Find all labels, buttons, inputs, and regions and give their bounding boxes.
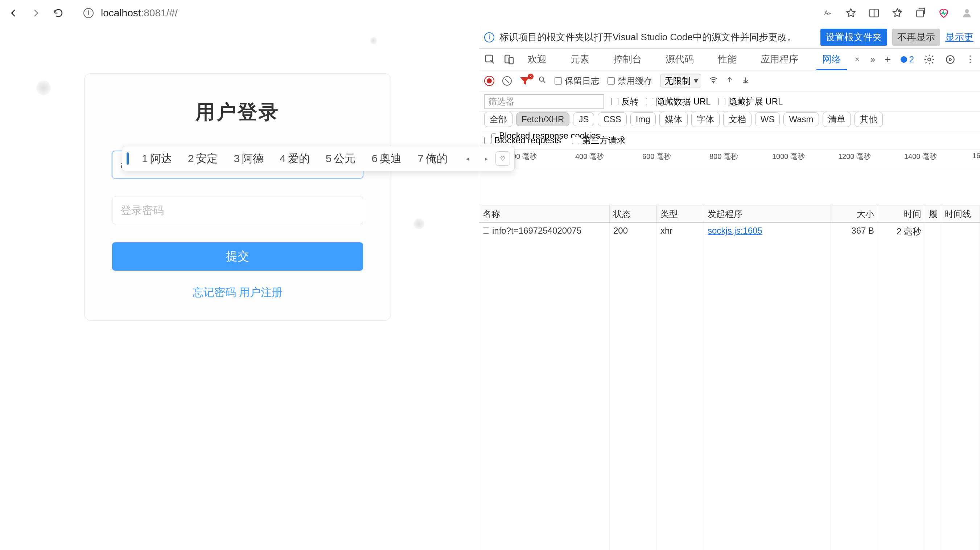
filter-pill-Wasm[interactable]: Wasm (783, 112, 819, 126)
tab-网络[interactable]: 网络 (816, 49, 847, 70)
third-party-checkbox[interactable]: 第三方请求 (572, 135, 626, 146)
filter-pill-字体[interactable]: 字体 (691, 112, 719, 127)
tab-应用程序[interactable]: 应用程序 (755, 49, 804, 70)
login-card: 用户登录 提交 忘记密码 用户注册 (84, 73, 391, 321)
dismiss-button[interactable]: 不再显示 (892, 29, 940, 46)
filter-pill-文档[interactable]: 文档 (723, 112, 751, 127)
upload-icon[interactable] (726, 76, 734, 86)
invert-checkbox[interactable]: 反转 (611, 96, 639, 107)
network-timeline[interactable]: 200 毫秒400 毫秒600 毫秒800 毫秒1000 毫秒1200 毫秒14… (479, 150, 980, 171)
submit-button[interactable]: 提交 (112, 242, 363, 271)
svg-point-8 (949, 58, 951, 60)
record-button[interactable] (484, 76, 494, 86)
ime-marker (127, 152, 129, 165)
initiator-link[interactable]: sockjs.js:1605 (708, 226, 762, 236)
browser-toolbar: i localhost:8081/#/ A» (0, 0, 980, 26)
tab-欢迎[interactable]: 欢迎 (522, 49, 552, 70)
favorites-icon[interactable] (891, 7, 903, 19)
filter-pill-全部[interactable]: 全部 (484, 112, 512, 127)
devtools-menu-icon[interactable]: ⋮ (966, 54, 975, 65)
throttle-select[interactable]: 无限制 (660, 74, 701, 88)
timeline-tick: 1400 毫秒 (904, 151, 937, 161)
timeline-tick: 800 毫秒 (710, 151, 738, 161)
filter-pill-WS[interactable]: WS (755, 112, 780, 126)
page-viewport: 用户登录 提交 忘记密码 用户注册 1阿达2安定3阿德4爱的5公元6奥迪7俺的 … (0, 26, 479, 550)
ime-candidate[interactable]: 4爱的 (272, 151, 318, 166)
col-status[interactable]: 状态 (610, 205, 657, 222)
forward-button[interactable] (30, 7, 42, 19)
clear-button[interactable] (502, 76, 512, 86)
show-more-link[interactable]: 显示更 (945, 31, 974, 43)
blocked-requests-checkbox[interactable]: Blocked requests (484, 136, 561, 145)
ime-next-icon[interactable]: ▸ (481, 155, 492, 162)
disable-cache-checkbox[interactable]: 禁用缓存 (608, 75, 652, 87)
ime-favorite-icon[interactable]: ♡ (495, 151, 510, 166)
tab-源代码[interactable]: 源代码 (660, 49, 700, 70)
tab-性能[interactable]: 性能 (712, 49, 743, 70)
ime-candidate[interactable]: 7俺的 (409, 151, 455, 166)
ime-prev-icon[interactable]: ◂ (462, 155, 473, 162)
filter-pill-媒体[interactable]: 媒体 (659, 112, 688, 127)
read-aloud-icon[interactable]: A» (822, 7, 834, 19)
ime-candidate[interactable]: 6奥迪 (363, 151, 409, 166)
network-filter-row: 反转 隐藏数据 URL 隐藏扩展 URL (479, 91, 980, 112)
filter-pill-Img[interactable]: Img (630, 112, 656, 126)
ime-candidate[interactable]: 1阿达 (134, 151, 180, 166)
col-time[interactable]: 时间 (878, 205, 925, 222)
device-toggle-icon[interactable] (503, 54, 515, 65)
address-bar[interactable]: i localhost:8081/#/ (75, 3, 812, 23)
col-initiator[interactable]: 发起程序 (704, 205, 831, 222)
tab-元素[interactable]: 元素 (565, 49, 595, 70)
devtools-settings-icon[interactable] (945, 54, 956, 65)
notice-bar: i 标识项目的根文件夹以打开Visual Studio Code中的源文件并同步… (479, 26, 980, 49)
reload-button[interactable] (52, 7, 65, 19)
messages-badge[interactable]: 2 (900, 54, 914, 65)
notice-text: 标识项目的根文件夹以打开Visual Studio Code中的源文件并同步更改… (500, 31, 815, 43)
settings-gear-icon[interactable] (923, 54, 935, 65)
filter-pill-其他[interactable]: 其他 (854, 112, 883, 127)
decoration (36, 81, 51, 95)
timeline-overview[interactable] (479, 171, 980, 205)
ime-candidate[interactable]: 2安定 (180, 151, 226, 166)
filter-pill-JS[interactable]: JS (573, 112, 594, 126)
set-root-button[interactable]: 设置根文件夹 (821, 29, 887, 46)
devtools-panel: i 标识项目的根文件夹以打开Visual Studio Code中的源文件并同步… (479, 26, 980, 550)
more-tabs-icon[interactable]: » (870, 54, 875, 65)
col-seq[interactable]: 履 (925, 205, 941, 222)
profile-icon[interactable] (961, 7, 973, 19)
col-type[interactable]: 类型 (657, 205, 704, 222)
wifi-icon[interactable] (709, 75, 718, 86)
filter-pill-清单[interactable]: 清单 (822, 112, 851, 127)
hide-ext-url-checkbox[interactable]: 隐藏扩展 URL (718, 96, 783, 107)
col-size[interactable]: 大小 (831, 205, 878, 222)
health-icon[interactable] (938, 7, 950, 19)
preserve-log-checkbox[interactable]: 保留日志 (555, 75, 600, 87)
filter-pill-Fetch/XHR[interactable]: Fetch/XHR (516, 112, 570, 126)
filter-pill-CSS[interactable]: CSS (598, 112, 626, 126)
col-name[interactable]: 名称 (479, 205, 610, 222)
filter-icon[interactable]: × (520, 77, 530, 85)
col-waterfall[interactable]: 时间线 (941, 205, 980, 222)
select-element-icon[interactable] (484, 54, 496, 65)
split-screen-icon[interactable] (868, 7, 880, 19)
password-input[interactable] (112, 197, 363, 224)
site-info-icon[interactable]: i (83, 8, 94, 18)
back-button[interactable] (7, 7, 19, 19)
register-link[interactable]: 用户注册 (239, 286, 283, 298)
close-tab-icon[interactable]: × (855, 55, 859, 64)
forgot-password-link[interactable]: 忘记密码 (192, 286, 236, 298)
filter-input[interactable] (484, 94, 604, 109)
search-icon[interactable] (538, 75, 547, 86)
hide-data-url-checkbox[interactable]: 隐藏数据 URL (646, 96, 711, 107)
collections-icon[interactable] (915, 7, 926, 19)
new-tab-icon[interactable]: + (885, 53, 891, 66)
download-icon[interactable] (742, 76, 750, 86)
table-row[interactable]: info?t=1697254020075200xhrsockjs.js:1605… (479, 223, 980, 240)
ime-candidate[interactable]: 5公元 (318, 151, 364, 166)
timeline-tick: 400 毫秒 (575, 151, 604, 161)
tab-控制台[interactable]: 控制台 (608, 49, 648, 70)
ime-candidate[interactable]: 3阿德 (226, 151, 272, 166)
devtools-tabs: 欢迎元素控制台源代码性能应用程序网络× » + 2 ⋮ (479, 49, 980, 70)
star-icon[interactable] (845, 7, 857, 19)
timeline-tick: 600 毫秒 (642, 151, 671, 161)
